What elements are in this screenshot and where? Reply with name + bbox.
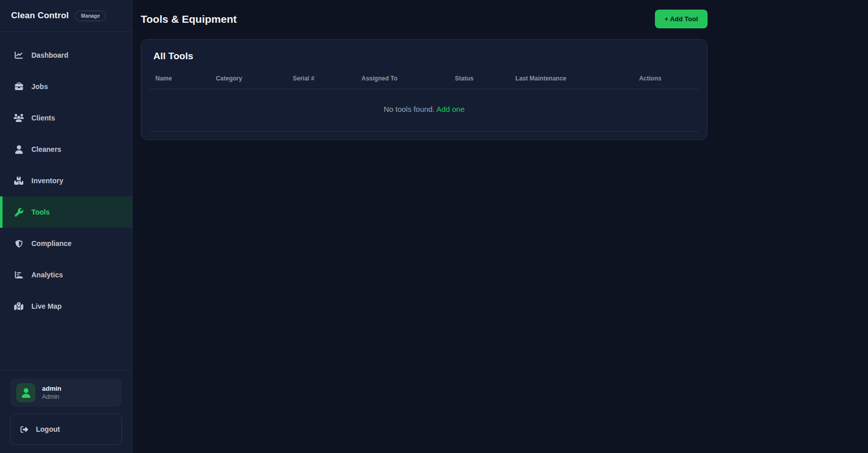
add-one-link[interactable]: Add one bbox=[436, 105, 465, 113]
users-icon bbox=[14, 114, 24, 122]
user-info: admin Admin bbox=[42, 385, 61, 400]
sidebar-item-label: Inventory bbox=[31, 177, 63, 185]
sidebar: Clean Control Manage Dashboard Jobs Clie… bbox=[0, 0, 133, 453]
sidebar-item-live-map[interactable]: Live Map bbox=[0, 291, 132, 322]
sidebar-item-label: Compliance bbox=[31, 239, 71, 248]
sidebar-item-label: Tools bbox=[31, 208, 50, 216]
empty-state-row: No tools found. Add one bbox=[149, 89, 699, 132]
add-tool-button[interactable]: + Add Tool bbox=[655, 10, 708, 28]
user-name: admin bbox=[42, 385, 61, 393]
column-header-last-maintenance: Last Maintenance bbox=[509, 68, 633, 89]
shield-icon bbox=[14, 239, 24, 248]
sidebar-item-inventory[interactable]: Inventory bbox=[0, 165, 132, 196]
briefcase-icon bbox=[14, 83, 24, 91]
sidebar-item-jobs[interactable]: Jobs bbox=[0, 71, 132, 102]
table-body: No tools found. Add one bbox=[149, 89, 699, 132]
column-header-assigned-to: Assigned To bbox=[355, 68, 449, 89]
empty-state-cell: No tools found. Add one bbox=[149, 89, 699, 132]
sidebar-item-label: Dashboard bbox=[31, 51, 68, 59]
bar-chart-icon bbox=[14, 271, 24, 279]
sidebar-item-analytics[interactable]: Analytics bbox=[0, 259, 132, 291]
column-header-name: Name bbox=[149, 68, 210, 89]
sidebar-item-clients[interactable]: Clients bbox=[0, 102, 132, 134]
column-header-status: Status bbox=[449, 68, 509, 89]
manage-badge[interactable]: Manage bbox=[75, 11, 106, 21]
map-icon bbox=[14, 302, 24, 310]
sidebar-item-tools[interactable]: Tools bbox=[0, 196, 132, 228]
user-card: admin Admin bbox=[10, 379, 122, 407]
sidebar-item-label: Analytics bbox=[31, 271, 63, 279]
table-header: Name Category Serial # Assigned To Statu… bbox=[149, 68, 699, 89]
app-logo: Clean Control bbox=[11, 11, 69, 21]
tools-table: Name Category Serial # Assigned To Statu… bbox=[149, 68, 699, 132]
column-header-serial: Serial # bbox=[286, 68, 355, 89]
sidebar-item-dashboard[interactable]: Dashboard bbox=[0, 39, 132, 71]
sidebar-item-label: Cleaners bbox=[31, 145, 61, 153]
boxes-icon bbox=[14, 177, 24, 185]
sidebar-item-cleaners[interactable]: Cleaners bbox=[0, 134, 132, 165]
user-role: Admin bbox=[42, 393, 61, 401]
page-title: Tools & Equipment bbox=[141, 13, 237, 25]
logout-button[interactable]: Logout bbox=[10, 414, 122, 445]
chart-line-icon bbox=[14, 51, 24, 59]
empty-state-text: No tools found. bbox=[384, 105, 435, 113]
sidebar-spacer bbox=[0, 322, 132, 370]
user-avatar-icon bbox=[22, 388, 30, 398]
sidebar-item-label: Live Map bbox=[31, 302, 62, 310]
logout-icon bbox=[20, 426, 28, 433]
wrench-icon bbox=[14, 208, 24, 217]
column-header-category: Category bbox=[210, 68, 286, 89]
sidebar-header: Clean Control Manage bbox=[0, 0, 132, 32]
user-icon bbox=[14, 145, 24, 154]
table-header-row: Name Category Serial # Assigned To Statu… bbox=[149, 68, 699, 89]
main-content: Tools & Equipment + Add Tool All Tools N… bbox=[133, 0, 868, 453]
sidebar-item-compliance[interactable]: Compliance bbox=[0, 228, 132, 259]
sidebar-nav: Dashboard Jobs Clients Cleaners Inventor bbox=[0, 32, 132, 322]
card-title: All Tools bbox=[153, 51, 699, 62]
avatar bbox=[16, 383, 35, 402]
column-header-actions: Actions bbox=[633, 68, 699, 89]
all-tools-card: All Tools Name Category Serial # Assigne… bbox=[141, 39, 708, 140]
sidebar-item-label: Clients bbox=[31, 114, 55, 122]
sidebar-item-label: Jobs bbox=[31, 83, 48, 91]
sidebar-footer: admin Admin Logout bbox=[0, 370, 132, 453]
main-header: Tools & Equipment + Add Tool bbox=[141, 10, 708, 28]
logout-label: Logout bbox=[36, 425, 60, 433]
